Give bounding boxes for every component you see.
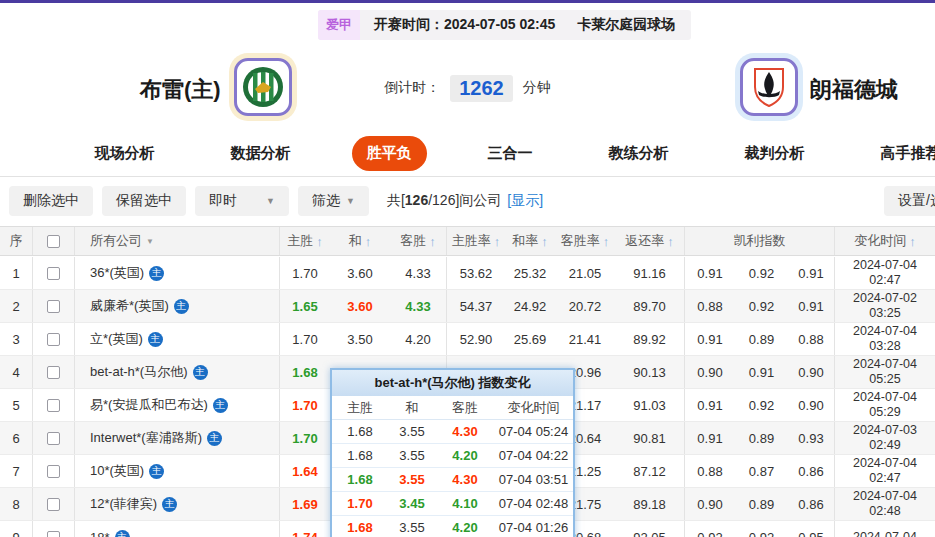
row-select[interactable] (33, 488, 75, 520)
kelly-home-cell: 0.91 (685, 422, 735, 454)
popup-change-time: 07-04 03:51 (494, 468, 573, 491)
popup-draw-odds: 3.55 (388, 516, 436, 537)
header-away-odds[interactable]: 客胜↑ (390, 227, 447, 255)
row-select[interactable] (33, 389, 75, 421)
company-cell[interactable]: 威廉希*(英国)主 (75, 290, 280, 322)
sort-up-icon: ↑ (667, 234, 674, 249)
popup-away-odds: 4.20 (436, 516, 494, 537)
header-return-rate[interactable]: 返还率↑ (615, 227, 685, 255)
header-away-rate[interactable]: 客胜率↑ (555, 227, 615, 255)
tab-2[interactable]: 胜平负 (352, 136, 427, 171)
row-select[interactable] (33, 290, 75, 322)
kelly-home-cell: 0.91 (685, 323, 735, 355)
popup-home-odds: 1.70 (332, 492, 388, 515)
header-draw-rate[interactable]: 和率↑ (505, 227, 555, 255)
company-cell[interactable]: 36*(英国)主 (75, 257, 280, 289)
kelly-away-cell: 0.88 (788, 323, 835, 355)
row-select[interactable] (33, 455, 75, 487)
company-cell[interactable]: bet-at-h*(马尔他)主 (75, 356, 280, 388)
tab-6[interactable]: 高手推荐 (866, 136, 935, 171)
company-name: bet-at-h*(马尔他) (90, 363, 188, 381)
away-rate-cell: 20.72 (555, 290, 615, 322)
home-odds-cell: 1.64 (280, 455, 330, 487)
company-cell[interactable]: Interwet*(塞浦路斯)主 (75, 422, 280, 454)
kelly-draw-cell: 0.89 (735, 422, 788, 454)
row-select[interactable] (33, 422, 75, 454)
popup-header-draw: 和 (388, 396, 436, 419)
tab-5[interactable]: 裁判分析 (730, 136, 820, 171)
row-select[interactable] (33, 323, 75, 355)
kelly-draw-cell: 0.89 (735, 488, 788, 520)
header-company[interactable]: 所有公司▼ (75, 227, 280, 255)
row-checkbox[interactable] (47, 300, 60, 313)
home-odds-cell: 1.65 (280, 290, 330, 322)
sort-up-icon: ↑ (603, 234, 610, 249)
show-link[interactable]: [显示] (507, 192, 543, 210)
row-checkbox[interactable] (47, 432, 60, 445)
kelly-away-cell: 0.95 (788, 521, 835, 537)
header-select-all[interactable] (33, 227, 75, 255)
home-badge-icon: 主 (148, 332, 163, 347)
sort-up-icon: ↑ (909, 234, 916, 249)
draw-rate-cell: 25.32 (505, 257, 555, 289)
kelly-draw-cell: 0.92 (735, 521, 788, 537)
home-odds-cell: 1.74 (280, 521, 330, 537)
keep-selected-button[interactable]: 保留选中 (102, 186, 186, 216)
sort-up-icon: ↑ (365, 234, 372, 249)
instant-dropdown[interactable]: 即时 ▼ (195, 186, 289, 216)
kickoff-bar: 爱甲 开赛时间：2024-07-05 02:45 卡莱尔庭园球场 (318, 10, 691, 40)
popup-row: 1.68 3.55 4.20 07-04 01:26 (332, 516, 573, 537)
tab-0[interactable]: 现场分析 (80, 136, 170, 171)
home-odds-cell: 1.70 (280, 389, 330, 421)
tab-4[interactable]: 教练分析 (594, 136, 684, 171)
header-home-rate[interactable]: 主胜率↑ (447, 227, 505, 255)
popup-change-time: 07-04 01:26 (494, 516, 573, 537)
toolbar: 删除选中 保留选中 即时 ▼ 筛选 ▼ 共[126/126]间公司 [显示] 设… (0, 178, 935, 224)
filter-dropdown[interactable]: 筛选 ▼ (298, 186, 369, 216)
company-cell[interactable]: 12*(菲律宾)主 (75, 488, 280, 520)
row-select[interactable] (33, 257, 75, 289)
draw-odds-cell: 3.60 (330, 257, 390, 289)
kelly-draw-cell: 0.92 (735, 257, 788, 289)
countdown-unit: 分钟 (523, 79, 551, 95)
draw-odds-cell: 3.50 (330, 323, 390, 355)
row-checkbox[interactable] (47, 531, 60, 537)
header-change-time[interactable]: 变化时间↑ (835, 227, 935, 255)
delete-selected-button[interactable]: 删除选中 (9, 186, 93, 216)
row-select[interactable] (33, 356, 75, 388)
row-checkbox[interactable] (47, 267, 60, 280)
row-checkbox[interactable] (47, 465, 60, 478)
kelly-away-cell: 0.90 (788, 389, 835, 421)
popup-home-odds: 1.68 (332, 516, 388, 537)
row-checkbox[interactable] (47, 399, 60, 412)
home-rate-cell: 54.37 (447, 290, 505, 322)
row-checkbox[interactable] (47, 498, 60, 511)
header-home-odds[interactable]: 主胜↑ (280, 227, 330, 255)
home-badge-icon: 主 (115, 530, 130, 537)
venue-name: 卡莱尔庭园球场 (577, 16, 675, 34)
analysis-tabs: 现场分析数据分析胜平负三合一教练分析裁判分析高手推荐 (0, 130, 935, 177)
popup-away-odds: 4.10 (436, 492, 494, 515)
tab-3[interactable]: 三合一 (473, 136, 548, 171)
select-all-checkbox[interactable] (47, 235, 60, 248)
settings-button[interactable]: 设置/选 (884, 186, 935, 216)
odds-history-popup: bet-at-h*(马尔他) 指数变化 主胜 和 客胜 变化时间 1.68 3.… (330, 368, 575, 537)
company-cell[interactable]: 18*主 (75, 521, 280, 537)
draw-odds-cell: 3.60 (330, 290, 390, 322)
company-cell[interactable]: 立*(英国)主 (75, 323, 280, 355)
company-cell[interactable]: 易*(安提瓜和巴布达)主 (75, 389, 280, 421)
row-select[interactable] (33, 521, 75, 537)
header-draw-odds[interactable]: 和↑ (330, 227, 390, 255)
tab-1[interactable]: 数据分析 (216, 136, 306, 171)
caret-down-icon: ▼ (146, 237, 154, 246)
countdown-value: 1262 (450, 75, 513, 102)
home-odds-cell: 1.70 (280, 323, 330, 355)
away-team-logo (740, 58, 798, 116)
company-cell[interactable]: 10*(英国)主 (75, 455, 280, 487)
row-checkbox[interactable] (47, 366, 60, 379)
row-checkbox[interactable] (47, 333, 60, 346)
away-team-name: 朗福德城 (810, 75, 898, 105)
away-odds-cell: 4.33 (390, 290, 447, 322)
kelly-home-cell: 0.92 (685, 521, 735, 537)
kelly-home-cell: 0.91 (685, 389, 735, 421)
